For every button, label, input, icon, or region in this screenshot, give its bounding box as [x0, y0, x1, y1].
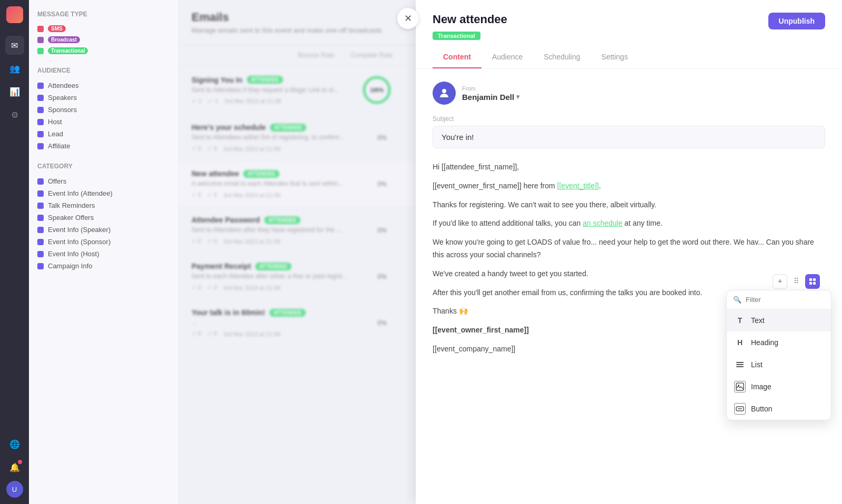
filter-dot-broadcast: [37, 37, 44, 43]
block-type-heading[interactable]: H Heading: [727, 331, 831, 354]
audience-speakers[interactable]: Speakers: [37, 92, 170, 104]
svg-rect-9: [736, 366, 744, 367]
filter-broadcast[interactable]: Broadcast: [37, 34, 170, 45]
main-content-background: Emails Manage emails sent to this event …: [179, 0, 416, 504]
filter-dot-affiliate: [37, 143, 44, 149]
panel-title: New attendee: [433, 13, 507, 26]
block-type-dropdown: 🔍 T Text H Heading List: [726, 290, 831, 420]
heading-type-icon: H: [734, 337, 746, 348]
panel-top: New attendee Transactional Unpublish: [433, 13, 825, 40]
tab-settings[interactable]: Settings: [591, 46, 639, 68]
category-campaign-info[interactable]: Campaign Info: [37, 260, 170, 272]
user-avatar[interactable]: U: [6, 481, 23, 498]
body-line4-suffix: at any time.: [623, 219, 663, 227]
table-row[interactable]: Signing You In ATTENDEE Sent to Attendee…: [179, 66, 416, 115]
audience-lead[interactable]: Lead: [37, 128, 170, 140]
from-label: From: [462, 85, 519, 92]
filter-sms[interactable]: SMS: [37, 23, 170, 34]
category-event-info-attendee[interactable]: Event Info (Attendee): [37, 187, 170, 199]
sidebar-item-users[interactable]: 👥: [5, 59, 24, 78]
drag-handle[interactable]: ⠿: [789, 274, 804, 289]
add-block-button[interactable]: +: [773, 274, 787, 289]
block-type-button[interactable]: Button: [727, 398, 831, 420]
filter-dot-ei-speaker: [37, 227, 44, 233]
button-type-icon: [734, 403, 746, 415]
table-row[interactable]: Your talk is in 60min! ATTENDEE ... ✓ 0 …: [179, 300, 416, 346]
body-line1: Hi [[attendee_first_name]],: [433, 161, 825, 174]
filter-dot-attendees: [37, 83, 44, 89]
audience-section: Audience Attendees Speakers Sponsors Hos…: [37, 67, 170, 152]
filter-dot-ei-sponsor: [37, 239, 44, 245]
audience-title: Audience: [37, 67, 170, 74]
audience-attendees[interactable]: Attendees: [37, 79, 170, 92]
table-row[interactable]: Payment Receipt ATTENDEE Sent to each At…: [179, 254, 416, 300]
body-line4-prefix: If you'd like to attend additional talks…: [433, 219, 583, 227]
filter-dot-offers: [37, 178, 44, 185]
filter-badge-broadcast: Broadcast: [48, 36, 80, 43]
block-type-text[interactable]: T Text: [727, 309, 831, 331]
event-title-link[interactable]: [[event_title]]: [557, 182, 599, 190]
close-panel-button[interactable]: ✕: [397, 8, 418, 29]
from-section: From Benjamin Dell ▾: [433, 82, 825, 105]
svg-rect-8: [736, 364, 744, 365]
filter-dot-ei-attendee: [37, 190, 44, 197]
table-header: Bounce Rate Complete Rate: [179, 45, 416, 66]
category-event-info-speaker[interactable]: Event Info (Speaker): [37, 224, 170, 236]
category-offers[interactable]: Offers: [37, 175, 170, 187]
tab-audience[interactable]: Audience: [482, 46, 533, 68]
panel-tabs: Content Audience Scheduling Settings: [433, 46, 825, 68]
unpublish-button[interactable]: Unpublish: [768, 13, 825, 29]
sidebar-item-chart[interactable]: 📊: [5, 82, 24, 101]
left-panel: Message Type SMS Broadcast Transactional…: [29, 0, 179, 504]
message-type-title: Message Type: [37, 11, 170, 18]
main-title: Emails: [192, 11, 403, 24]
body-line5: We know you're going to get LOADS of val…: [433, 236, 825, 261]
panel-body: From Benjamin Dell ▾ Subject You're in! …: [416, 69, 842, 504]
filter-dot-sponsors: [37, 107, 44, 113]
main-subtitle: Manage emails sent to this event and mak…: [192, 26, 403, 34]
event-owner-bold: [[event_owner_first_name]]: [433, 326, 529, 334]
subject-value[interactable]: You're in!: [433, 126, 825, 148]
body-line6: We've created a handy tweet to get you s…: [433, 268, 825, 280]
table-row[interactable]: Here's your schedule ATTENDEE Sent to At…: [179, 115, 416, 161]
audience-sponsors[interactable]: Sponsors: [37, 104, 170, 116]
button-type-label: Button: [751, 405, 772, 413]
app-logo[interactable]: [6, 6, 23, 23]
transactional-badge: Transactional: [433, 32, 480, 40]
filter-dot-sms: [37, 26, 44, 32]
schedule-link[interactable]: an schedule: [583, 219, 623, 227]
svg-rect-3: [809, 278, 812, 281]
svg-point-2: [442, 89, 446, 93]
from-name-selector[interactable]: Benjamin Dell ▾: [462, 93, 519, 102]
sidebar-item-bell[interactable]: 🔔: [5, 458, 24, 477]
filter-dot-speaker-offers: [37, 215, 44, 221]
category-event-info-host[interactable]: Event Info (Host): [37, 248, 170, 260]
panel-title-area: New attendee Transactional: [433, 13, 507, 40]
block-type-image[interactable]: Image: [727, 376, 831, 398]
block-type-button[interactable]: [805, 274, 820, 289]
table-row[interactable]: Attendee Password ATTENDEE Sent to Atten…: [179, 207, 416, 254]
tab-scheduling[interactable]: Scheduling: [533, 46, 590, 68]
dropdown-filter-input[interactable]: [746, 296, 825, 304]
filter-transactional[interactable]: Transactional: [37, 45, 170, 56]
tab-content[interactable]: Content: [433, 46, 482, 68]
audience-affiliate[interactable]: Affiliate: [37, 140, 170, 152]
svg-rect-4: [813, 278, 816, 281]
sidebar-item-emails[interactable]: ✉: [5, 36, 24, 55]
table-row[interactable]: New attendee ATTENDEE A welcome email to…: [179, 161, 416, 207]
filter-dot-lead: [37, 131, 44, 137]
block-type-list[interactable]: List: [727, 354, 831, 376]
subject-section: Subject You're in!: [433, 115, 825, 148]
from-info: From Benjamin Dell ▾: [462, 85, 519, 102]
body-line2: [[event_owner_first_name]] here from [[e…: [433, 180, 825, 193]
audience-host[interactable]: Host: [37, 116, 170, 128]
category-speaker-offers[interactable]: Speaker Offers: [37, 211, 170, 224]
category-event-info-sponsor[interactable]: Event Info (Sponsor): [37, 236, 170, 248]
sidebar-item-globe[interactable]: 🌐: [5, 435, 24, 453]
category-talk-reminders[interactable]: Talk Reminders: [37, 199, 170, 211]
text-type-label: Text: [751, 316, 765, 325]
filter-dot-host: [37, 119, 44, 125]
panel-header: New attendee Transactional Unpublish Con…: [416, 0, 842, 69]
sidebar-item-settings[interactable]: ⚙: [5, 105, 24, 124]
filter-dot-campaign: [37, 263, 44, 269]
